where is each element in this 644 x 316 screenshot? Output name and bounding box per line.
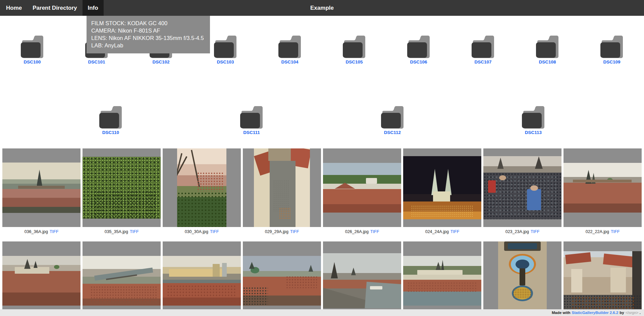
photo-motif	[243, 287, 268, 306]
photo-motif	[487, 175, 558, 216]
photo-motif	[268, 148, 291, 161]
photo-band	[2, 256, 80, 265]
photo-thumbnail[interactable]	[403, 256, 481, 305]
photo-thumbnail[interactable]	[254, 148, 310, 227]
thumbnail-cell[interactable]	[483, 241, 561, 316]
folder-label[interactable]: DSC102	[136, 59, 186, 64]
thumbnail-cell[interactable]	[564, 148, 642, 227]
photo-band	[403, 156, 481, 194]
srgn-logo[interactable]: </srgn>	[626, 311, 638, 315]
thumbnail-cell[interactable]	[403, 148, 481, 227]
folder-label[interactable]: DSC111	[226, 130, 277, 135]
nav-item-home[interactable]: Home	[1, 0, 27, 16]
footer-builder-link[interactable]: StaticGalleryBuilder 2.6.2	[572, 311, 619, 315]
thumbnail-cell[interactable]	[83, 148, 161, 227]
folder-dsc107[interactable]: DSC107	[458, 34, 508, 64]
photo-band	[2, 189, 80, 197]
thumbnail-cell[interactable]	[323, 241, 401, 316]
folder-dsc104[interactable]: DSC104	[265, 34, 315, 64]
folder-dsc112[interactable]: DSC112	[367, 104, 418, 135]
tiff-link[interactable]: TIFF	[450, 229, 459, 234]
filename-label: 035_35A.jpg	[105, 229, 128, 234]
gallery-item: 029_29A.jpgTIFF	[243, 148, 321, 241]
folder-label[interactable]: DSC100	[7, 59, 57, 64]
folder-label[interactable]: DSC103	[200, 59, 251, 64]
folder-label[interactable]: DSC107	[458, 59, 508, 64]
folder-label[interactable]: DSC108	[522, 59, 573, 64]
folder-label[interactable]: DSC109	[587, 59, 637, 64]
thumbnail-caption: 035_35A.jpgTIFF	[83, 227, 161, 241]
filename-label: 030_30A.jpg	[185, 229, 208, 234]
photo-band	[2, 198, 80, 207]
thumbnail-cell[interactable]	[2, 148, 80, 227]
nav-item-parent-directory[interactable]: Parent Directory	[27, 0, 82, 16]
photo-thumbnail[interactable]	[2, 256, 80, 305]
thumbnail-cell[interactable]	[564, 241, 642, 316]
thumbnail-cell[interactable]	[323, 148, 401, 227]
filename-label: 029_29A.jpg	[265, 229, 288, 234]
folder-dsc100[interactable]: DSC100	[7, 34, 57, 64]
thumbnail-cell[interactable]	[243, 148, 321, 227]
photo-thumbnail[interactable]	[163, 256, 241, 305]
folder-icon	[534, 34, 561, 58]
folder-label[interactable]: DSC110	[86, 130, 136, 135]
photo-motif	[407, 282, 478, 292]
tiff-link[interactable]: TIFF	[50, 229, 58, 234]
photo-motif	[177, 192, 226, 227]
photo-thumbnail[interactable]	[177, 148, 226, 227]
folder-dsc111[interactable]: DSC111	[226, 104, 277, 135]
folder-icon	[97, 104, 124, 129]
tiff-link[interactable]: TIFF	[370, 229, 379, 234]
thumbnail-cell[interactable]	[403, 241, 481, 316]
thumbnail-cell[interactable]	[243, 241, 321, 316]
folder-label[interactable]: DSC113	[508, 130, 558, 135]
photo-band	[323, 163, 401, 175]
photo-thumbnail[interactable]	[483, 156, 561, 219]
folder-label[interactable]: DSC104	[265, 59, 315, 64]
photo-band	[323, 184, 401, 189]
photo-motif	[433, 191, 450, 201]
folder-dsc106[interactable]: DSC106	[393, 34, 444, 64]
photo-motif	[279, 208, 290, 219]
photo-band	[323, 189, 401, 204]
photo-thumbnail[interactable]	[564, 163, 642, 212]
photo-thumbnail[interactable]	[323, 163, 401, 212]
gallery-item: 030_30A.jpgTIFF	[163, 148, 241, 241]
tiff-link[interactable]: TIFF	[531, 229, 539, 234]
photo-motif	[520, 268, 525, 285]
tiff-link[interactable]: TIFF	[130, 229, 139, 234]
photo-motif	[610, 268, 626, 292]
photo-thumbnail[interactable]	[498, 241, 546, 316]
folder-icon	[276, 34, 303, 58]
photo-thumbnail[interactable]	[83, 157, 161, 219]
gallery-item: 022_22A.jpgTIFF	[564, 148, 642, 241]
folder-label[interactable]: DSC112	[367, 130, 418, 135]
tiff-link[interactable]: TIFF	[210, 229, 219, 234]
tiff-link[interactable]: TIFF	[611, 229, 620, 234]
folder-dsc109[interactable]: DSC109	[587, 34, 637, 64]
thumbnail-cell[interactable]	[163, 241, 241, 316]
filename-label: 023_23A.jpg	[505, 229, 529, 234]
photo-thumbnail[interactable]	[2, 163, 80, 213]
thumbnail-cell[interactable]	[83, 241, 161, 316]
thumbnail-cell[interactable]	[163, 148, 241, 227]
folder-dsc105[interactable]: DSC105	[329, 34, 379, 64]
folder-label[interactable]: DSC106	[393, 59, 444, 64]
folder-label[interactable]: DSC101	[71, 59, 122, 64]
thumbnail-cell[interactable]	[483, 148, 561, 227]
gallery-item	[403, 241, 481, 316]
photo-thumbnail[interactable]	[403, 156, 481, 219]
tiff-link[interactable]: TIFF	[290, 229, 299, 234]
photo-thumbnail[interactable]	[83, 256, 161, 305]
thumbnail-cell[interactable]	[2, 241, 80, 316]
folder-dsc108[interactable]: DSC108	[522, 34, 573, 64]
photo-thumbnail[interactable]	[564, 251, 642, 310]
folder-dsc113[interactable]: DSC113	[508, 104, 558, 135]
folder-label[interactable]: DSC105	[329, 59, 379, 64]
folder-dsc110[interactable]: DSC110	[86, 104, 136, 135]
photo-thumbnail[interactable]	[243, 256, 321, 305]
photo-thumbnail[interactable]	[323, 253, 401, 308]
photo-band	[2, 292, 80, 305]
nav-item-info[interactable]: Info	[83, 0, 104, 16]
photo-band	[323, 204, 401, 213]
